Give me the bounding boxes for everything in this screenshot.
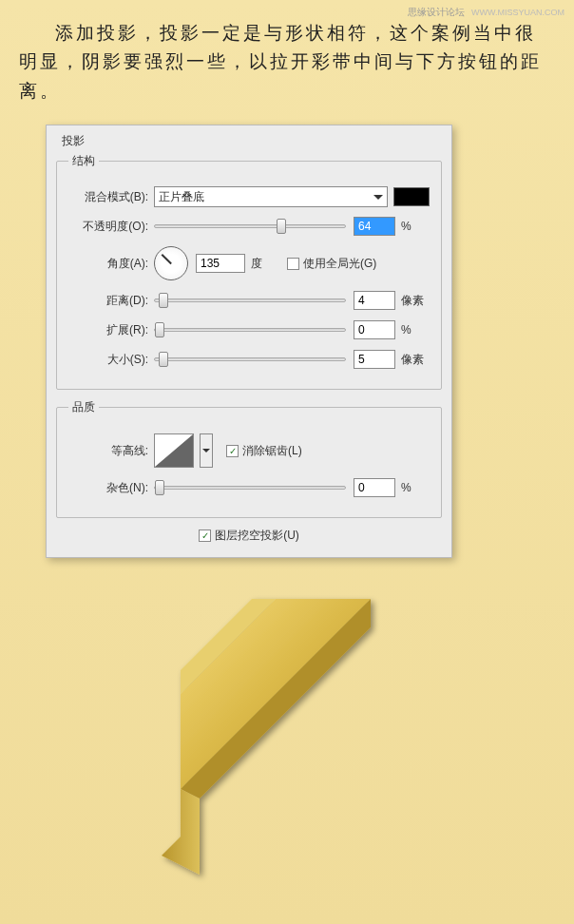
size-label: 大小(S):: [68, 352, 154, 368]
noise-label: 杂色(N):: [68, 480, 154, 496]
distance-label: 距离(D):: [68, 293, 154, 309]
distance-unit: 像素: [401, 293, 430, 309]
checkbox-icon: [287, 258, 299, 270]
size-row: 大小(S): 像素: [68, 348, 430, 371]
spread-label: 扩展(R):: [68, 322, 154, 338]
antialias-checkbox[interactable]: ✓ 消除锯齿(L): [226, 443, 302, 459]
structure-legend: 结构: [68, 153, 99, 169]
angle-label: 角度(A):: [68, 256, 154, 272]
opacity-label: 不透明度(O):: [68, 219, 154, 235]
shadow-color-swatch[interactable]: [393, 187, 430, 206]
structure-group: 结构 混合模式(B): 正片叠底 不透明度(O): % 角度(A): 度: [56, 153, 442, 390]
angle-dial[interactable]: [154, 246, 188, 280]
spread-unit: %: [401, 323, 430, 337]
spread-row: 扩展(R): %: [68, 318, 430, 341]
blend-mode-combo[interactable]: 正片叠底: [154, 186, 388, 207]
blend-mode-row: 混合模式(B): 正片叠底: [68, 185, 430, 208]
opacity-row: 不透明度(O): %: [68, 215, 430, 238]
spread-slider[interactable]: [154, 328, 346, 332]
chevron-down-icon: [373, 195, 383, 200]
quality-legend: 品质: [68, 399, 99, 415]
size-unit: 像素: [401, 352, 430, 368]
knockout-label: 图层挖空投影(U): [215, 528, 299, 544]
distance-input[interactable]: [354, 291, 395, 310]
knockout-checkbox[interactable]: ✓ 图层挖空投影(U): [199, 528, 299, 544]
checkbox-icon: ✓: [226, 445, 239, 457]
size-input[interactable]: [354, 350, 395, 369]
angle-input[interactable]: [196, 254, 245, 273]
noise-slider[interactable]: [154, 486, 346, 490]
antialias-label: 消除锯齿(L): [242, 443, 302, 459]
global-light-label: 使用全局光(G): [303, 256, 376, 272]
checkbox-icon: ✓: [199, 529, 211, 542]
distance-slider[interactable]: [154, 298, 346, 302]
blend-mode-value: 正片叠底: [159, 189, 204, 205]
noise-row: 杂色(N): %: [68, 476, 430, 499]
ribbon-graphic: [114, 589, 418, 894]
contour-row: 等高线: ✓ 消除锯齿(L): [68, 432, 430, 470]
quality-group: 品质 等高线: ✓ 消除锯齿(L) 杂色(N): %: [56, 399, 442, 518]
watermark-en: WWW.MISSYUAN.COM: [471, 8, 564, 17]
chevron-down-icon: [202, 449, 210, 452]
angle-unit: 度: [251, 256, 279, 272]
contour-picker[interactable]: [154, 433, 194, 468]
knockout-row: ✓ 图层挖空投影(U): [56, 528, 442, 544]
blend-mode-label: 混合模式(B):: [68, 189, 154, 205]
size-slider[interactable]: [154, 357, 346, 361]
opacity-slider[interactable]: [154, 224, 346, 228]
angle-row: 角度(A): 度 使用全局光(G): [68, 244, 430, 282]
dialog-title: 投影: [56, 131, 442, 149]
drop-shadow-dialog: 投影 结构 混合模式(B): 正片叠底 不透明度(O): % 角度(A):: [46, 125, 452, 558]
watermark-cn: 思缘设计论坛: [408, 7, 465, 17]
spread-input[interactable]: [354, 320, 395, 339]
watermark: 思缘设计论坛 WWW.MISSYUAN.COM: [408, 6, 564, 19]
contour-dropdown[interactable]: [200, 433, 213, 468]
opacity-input[interactable]: [354, 217, 395, 236]
contour-label: 等高线:: [68, 443, 154, 459]
noise-input[interactable]: [354, 478, 395, 497]
distance-row: 距离(D): 像素: [68, 289, 430, 312]
noise-unit: %: [401, 481, 430, 494]
opacity-unit: %: [401, 220, 430, 233]
global-light-checkbox[interactable]: 使用全局光(G): [287, 256, 376, 272]
